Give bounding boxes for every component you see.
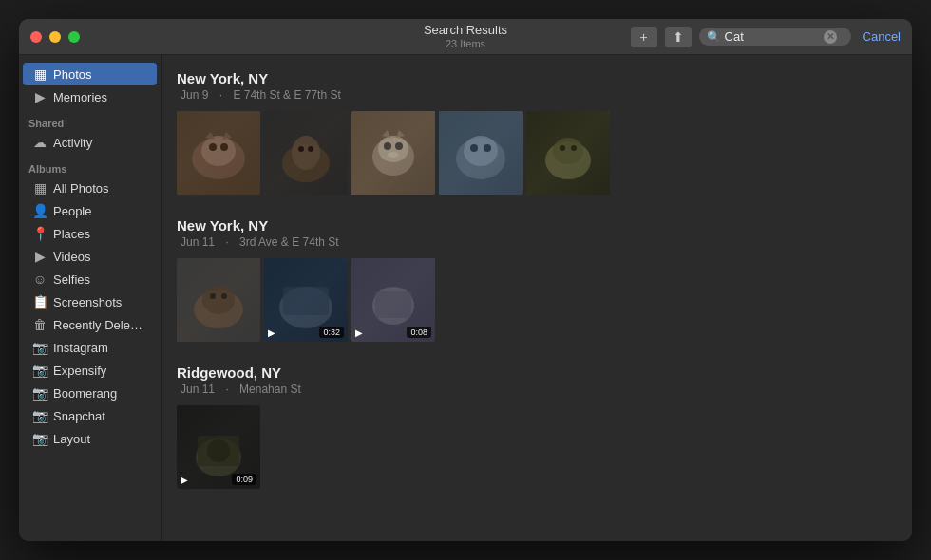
sidebar-item-layout-label: Layout xyxy=(53,432,90,446)
deleted-icon: 🗑 xyxy=(32,317,48,332)
group1-dot: · xyxy=(219,88,222,102)
sidebar-item-activity-label: Activity xyxy=(53,136,92,150)
minimize-button[interactable] xyxy=(49,31,61,43)
add-button[interactable]: + xyxy=(631,27,657,47)
svg-point-4 xyxy=(220,143,228,151)
sidebar-item-expensify-label: Expensify xyxy=(53,364,106,378)
photos-grid-1 xyxy=(177,111,897,195)
sidebar-item-places[interactable]: 📍 Places xyxy=(23,222,157,245)
video-icon: ▶ xyxy=(268,327,276,338)
group1-date: Jun 9 xyxy=(180,88,208,102)
sidebar-item-activity[interactable]: ☁ Activity xyxy=(23,131,157,154)
svg-point-19 xyxy=(470,144,478,152)
location-subtitle-1: Jun 9 · E 74th St & E 77th St xyxy=(177,88,897,102)
sidebar-item-photos-label: Photos xyxy=(53,67,91,82)
people-icon: 👤 xyxy=(32,203,48,218)
group3-dot: · xyxy=(225,383,228,396)
cancel-button[interactable]: Cancel xyxy=(863,29,901,44)
sidebar-item-boomerang-label: Boomerang xyxy=(53,386,117,401)
photo-thumb[interactable] xyxy=(352,111,435,195)
location-title-2: New York, NY xyxy=(177,217,897,233)
sidebar-item-expensify[interactable]: 📷 Expensify xyxy=(23,359,157,382)
titlebar-title: Search Results xyxy=(424,23,507,38)
activity-icon: ☁ xyxy=(32,135,48,150)
group1-address: E 74th St & E 77th St xyxy=(233,88,340,102)
svg-point-13 xyxy=(384,142,391,150)
main-window: Search Results 23 Items + ⬆ 🔍 ✕ Cancel ▦… xyxy=(19,19,912,541)
photo-thumb[interactable]: ▶ 0:08 xyxy=(352,258,435,342)
sidebar-item-selfies[interactable]: ☺ Selfies xyxy=(23,268,157,290)
sidebar: ▦ Photos ▶ Memories Shared ☁ Activity Al… xyxy=(19,55,162,541)
sidebar-item-selfies-label: Selfies xyxy=(53,272,90,287)
sidebar-item-people[interactable]: 👤 People xyxy=(23,199,157,222)
svg-point-14 xyxy=(395,142,403,150)
sidebar-item-recently-deleted[interactable]: 🗑 Recently Dele… xyxy=(23,313,157,336)
photo-thumb[interactable] xyxy=(439,111,522,195)
location-title-1: New York, NY xyxy=(177,70,897,86)
video-icon: ▶ xyxy=(355,327,363,338)
photo-thumb[interactable]: ▶ 0:09 xyxy=(177,405,260,489)
video-icon: ▶ xyxy=(180,475,188,485)
videos-icon: ▶ xyxy=(32,249,48,264)
video-duration: 0:32 xyxy=(319,327,344,338)
photos-grid-3: ▶ 0:09 xyxy=(177,405,897,489)
memories-icon: ▶ xyxy=(32,89,48,104)
sidebar-item-instagram[interactable]: 📷 Instagram xyxy=(23,336,157,359)
svg-rect-36 xyxy=(375,291,411,318)
selfies-icon: ☺ xyxy=(32,271,48,287)
photo-thumb[interactable] xyxy=(264,111,348,195)
sidebar-item-memories[interactable]: ▶ Memories xyxy=(23,85,157,108)
svg-rect-33 xyxy=(283,287,329,315)
photos-icon: ▦ xyxy=(32,66,48,82)
sidebar-item-screenshots[interactable]: 📋 Screenshots xyxy=(23,290,157,313)
sidebar-item-layout[interactable]: 📷 Layout xyxy=(23,427,157,450)
sidebar-item-screenshots-label: Screenshots xyxy=(53,295,122,309)
expensify-icon: 📷 xyxy=(32,363,48,378)
search-input[interactable] xyxy=(725,29,820,44)
video-duration: 0:09 xyxy=(232,474,256,485)
photo-thumb[interactable] xyxy=(526,111,610,195)
sidebar-item-boomerang[interactable]: 📷 Boomerang xyxy=(23,382,157,404)
sidebar-item-snapchat-label: Snapchat xyxy=(53,409,105,423)
location-subtitle-2: Jun 11 · 3rd Ave & E 74th St xyxy=(177,235,897,249)
shared-section-label: Shared xyxy=(19,108,161,131)
photos-grid-2: ▶ 0:32 ▶ 0:08 xyxy=(177,258,897,342)
titlebar-right: + ⬆ 🔍 ✕ Cancel xyxy=(631,27,901,47)
search-box[interactable]: 🔍 ✕ xyxy=(699,28,851,46)
titlebar-center: Search Results 23 Items xyxy=(424,23,507,50)
sidebar-item-photos[interactable]: ▦ Photos xyxy=(23,63,157,85)
titlebar-count: 23 Items xyxy=(446,38,485,50)
sidebar-item-videos-label: Videos xyxy=(53,250,91,264)
sidebar-item-all-photos-label: All Photos xyxy=(53,181,109,196)
location-group-1: New York, NY Jun 9 · E 74th St & E 77th … xyxy=(177,70,897,195)
group2-dot: · xyxy=(225,235,228,249)
svg-point-28 xyxy=(202,286,235,314)
svg-point-18 xyxy=(464,136,498,166)
sidebar-item-all-photos[interactable]: ▦ All Photos xyxy=(23,177,157,199)
titlebar: Search Results 23 Items + ⬆ 🔍 ✕ Cancel xyxy=(19,19,912,55)
svg-point-8 xyxy=(298,146,304,152)
screenshots-icon: 📋 xyxy=(32,294,48,309)
svg-point-30 xyxy=(221,293,227,299)
sidebar-item-deleted-label: Recently Dele… xyxy=(53,318,142,332)
sidebar-item-snapchat[interactable]: 📷 Snapchat xyxy=(23,404,157,427)
layout-icon: 📷 xyxy=(32,431,48,446)
location-group-3: Ridgewood, NY Jun 11 · Menahan St xyxy=(177,364,897,489)
photo-thumb[interactable] xyxy=(177,258,260,342)
close-button[interactable] xyxy=(30,31,42,43)
sidebar-item-instagram-label: Instagram xyxy=(53,341,108,355)
group3-date: Jun 11 xyxy=(180,383,215,396)
share-button[interactable]: ⬆ xyxy=(665,27,692,47)
albums-section-label: Albums xyxy=(19,154,161,177)
search-clear-button[interactable]: ✕ xyxy=(824,30,837,44)
svg-point-40 xyxy=(207,439,230,462)
photo-thumb[interactable]: ▶ 0:32 xyxy=(264,258,348,342)
maximize-button[interactable] xyxy=(68,31,80,43)
photo-thumb[interactable] xyxy=(177,111,260,195)
search-icon: 🔍 xyxy=(707,30,721,44)
sidebar-item-videos[interactable]: ▶ Videos xyxy=(23,245,157,268)
all-photos-icon: ▦ xyxy=(32,180,48,196)
group3-address: Menahan St xyxy=(239,383,301,396)
svg-point-23 xyxy=(553,138,583,164)
sidebar-item-people-label: People xyxy=(53,204,91,218)
